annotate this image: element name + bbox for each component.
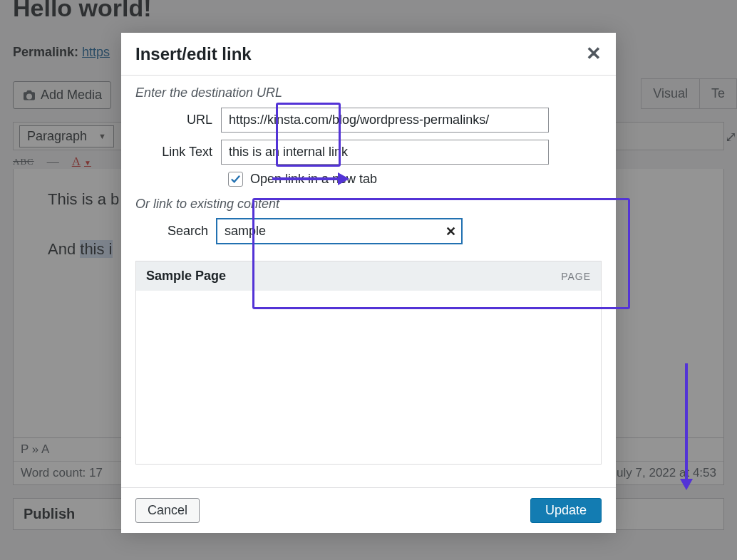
result-title: Sample Page — [146, 269, 226, 284]
clear-icon[interactable]: ✕ — [445, 224, 456, 239]
search-results: Sample Page PAGE — [135, 261, 602, 465]
open-new-tab-checkbox[interactable] — [228, 172, 243, 187]
hint-destination: Enter the destination URL — [135, 85, 602, 100]
url-input[interactable] — [221, 108, 549, 133]
cancel-button[interactable]: Cancel — [135, 498, 200, 523]
search-label: Search — [135, 224, 217, 239]
search-result-row[interactable]: Sample Page PAGE — [136, 261, 601, 291]
modal-title: Insert/edit link — [135, 44, 252, 64]
close-icon[interactable]: ✕ — [586, 43, 602, 65]
search-input[interactable] — [217, 219, 462, 244]
check-icon — [230, 174, 241, 185]
open-new-tab-label: Open link in a new tab — [250, 172, 377, 187]
linktext-input[interactable] — [221, 140, 549, 165]
insert-link-modal: Insert/edit link ✕ Enter the destination… — [121, 33, 616, 533]
update-button[interactable]: Update — [530, 498, 602, 523]
url-label: URL — [135, 113, 221, 128]
linktext-label: Link Text — [135, 145, 221, 160]
hint-existing: Or link to existing content — [135, 197, 602, 212]
result-type: PAGE — [561, 271, 591, 282]
